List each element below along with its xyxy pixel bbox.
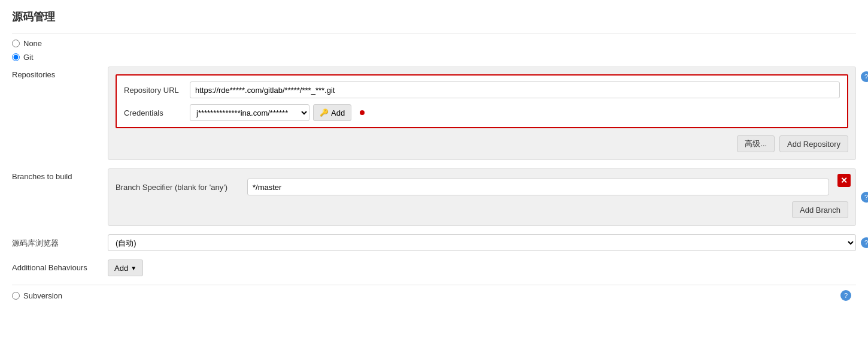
behaviours-label: Additional Behaviours (12, 259, 108, 272)
repositories-label: Repositories (12, 67, 108, 79)
credentials-select[interactable]: j**************ina.com/****** (190, 104, 309, 121)
repositories-section: Repositories Repository URL Credentials (12, 67, 856, 160)
git-label[interactable]: Git (23, 53, 34, 62)
divider (12, 34, 856, 34)
behaviours-wrapper: Add ▼ (108, 259, 856, 276)
behaviours-section: Additional Behaviours Add ▼ (12, 259, 856, 276)
credentials-row: Credentials j**************ina.com/*****… (124, 104, 840, 121)
branches-content: ✕ Branch Specifier (blank for 'any') Add… (108, 168, 856, 226)
credentials-label: Credentials (124, 108, 190, 117)
repo-url-label: Repository URL (124, 86, 190, 95)
key-icon: 🔑 (320, 108, 329, 117)
browser-label: 源码库浏览器 (12, 234, 108, 249)
browser-section: 源码库浏览器 (自动) ? (12, 234, 856, 251)
delete-branch-button[interactable]: ✕ (837, 174, 851, 187)
branches-section: Branches to build ✕ Branch Specifier (bl… (12, 168, 856, 226)
credentials-add-button[interactable]: 🔑 Add (313, 104, 351, 121)
error-dot (360, 110, 365, 115)
add-branch-button[interactable]: Add Branch (792, 201, 848, 218)
branches-label: Branches to build (12, 168, 108, 181)
repo-url-input[interactable] (190, 82, 840, 98)
branches-help-icon[interactable]: ? (861, 192, 868, 203)
subversion-help-icon[interactable]: ? (840, 290, 851, 301)
bottom-divider (12, 285, 856, 285)
browser-select[interactable]: (自动) (108, 234, 856, 251)
repositories-help-icon[interactable]: ? (861, 71, 868, 82)
branch-specifier-input[interactable] (247, 179, 829, 195)
branches-wrapper: ✕ Branch Specifier (blank for 'any') Add… (108, 168, 856, 226)
browser-help-icon[interactable]: ? (861, 237, 868, 248)
none-radio-row: None (12, 39, 856, 48)
subversion-radio-row: Subversion ? (12, 290, 856, 301)
behaviours-add-label: Add (114, 264, 128, 273)
dropdown-arrow-icon: ▼ (130, 265, 136, 271)
browser-wrapper: (自动) ? (108, 234, 856, 251)
page-title: 源码管理 (12, 10, 856, 24)
branch-actions-row: Add Branch (116, 201, 848, 218)
credentials-add-label: Add (331, 108, 345, 117)
git-radio[interactable] (12, 53, 20, 61)
behaviours-add-button[interactable]: Add ▼ (108, 259, 143, 276)
branch-specifier-label: Branch Specifier (blank for 'any') (116, 183, 247, 192)
page-container: 源码管理 None Git Repositories Repository UR… (0, 0, 868, 341)
none-label[interactable]: None (23, 39, 42, 48)
add-repository-button[interactable]: Add Repository (779, 135, 848, 152)
repo-actions-row: 高级... Add Repository (116, 135, 848, 152)
git-radio-row: Git (12, 53, 856, 62)
subversion-radio[interactable] (12, 292, 20, 300)
subversion-label[interactable]: Subversion (23, 291, 62, 300)
repositories-wrapper: Repository URL Credentials j************… (108, 67, 856, 160)
repo-url-row: Repository URL (124, 82, 840, 98)
advanced-button[interactable]: 高级... (737, 135, 775, 152)
none-radio[interactable] (12, 40, 20, 47)
branch-specifier-row: Branch Specifier (blank for 'any') (116, 179, 848, 195)
repositories-content: Repository URL Credentials j************… (108, 67, 856, 160)
credentials-controls: j**************ina.com/****** 🔑 Add (190, 104, 365, 121)
repository-box: Repository URL Credentials j************… (116, 74, 848, 128)
